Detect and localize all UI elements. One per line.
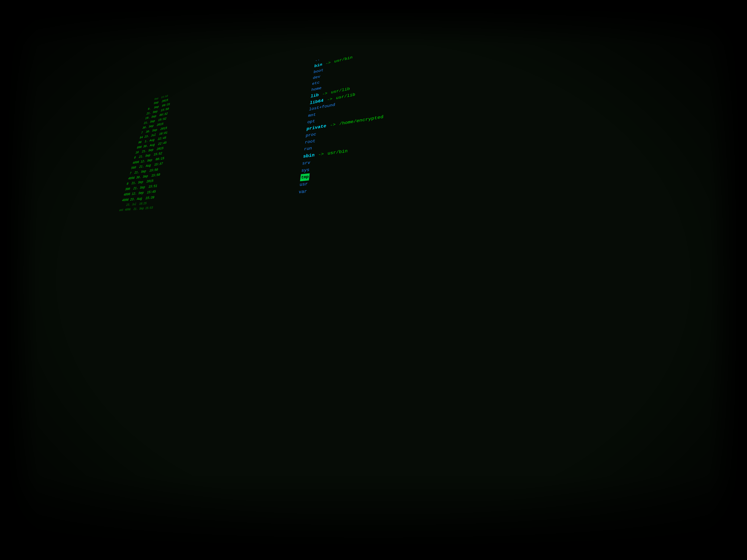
terminal-screen: Sep 15:53 Sep 2015 9. Sep 09:31 21. Sep … [0, 0, 747, 560]
right-panel: .. bin -> usr/bin boot dev etc home lib … [242, 0, 747, 560]
terminal-content: Sep 15:53 Sep 2015 9. Sep 09:31 21. Sep … [28, 0, 747, 560]
dir-name: srv [302, 159, 311, 167]
dir-name: usr [299, 181, 308, 188]
dir-name: sys [301, 166, 310, 174]
dir-name: var [298, 188, 307, 196]
dir-name-highlighted: tmp [300, 173, 310, 181]
